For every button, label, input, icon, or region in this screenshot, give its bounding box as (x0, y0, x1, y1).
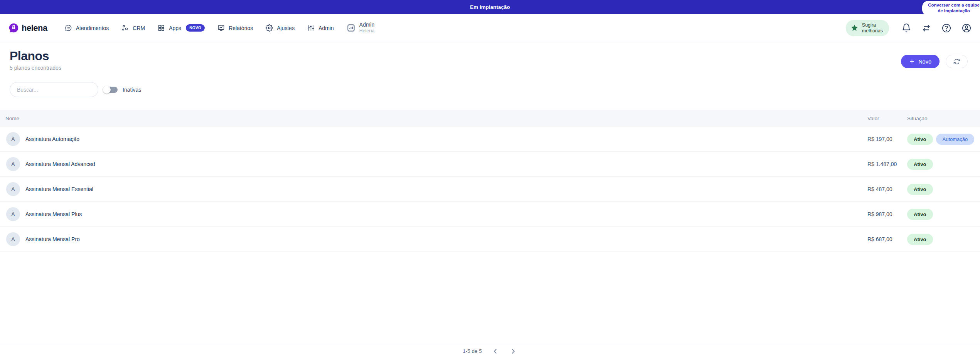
implementation-status-bar: Em implantação Conversar com a equipe de… (0, 0, 980, 14)
brand-name: helena (22, 23, 47, 33)
nodes-icon (121, 24, 129, 32)
plan-name: Assinatura Mensal Advanced (25, 161, 95, 167)
inactive-toggle-label: Inativas (123, 87, 141, 93)
workspace-name: Admin (359, 22, 375, 29)
star-icon (850, 24, 859, 32)
refresh-icon (953, 58, 960, 65)
report-icon (217, 24, 225, 32)
suggest-improvements-label: Sugiramelhorias (862, 22, 883, 34)
table-body: A Assinatura Automação R$ 197,00 Ativo A… (0, 127, 980, 252)
new-plan-button[interactable]: Novo (901, 55, 940, 68)
novo-badge: NOVO (186, 24, 205, 32)
plan-name-cell: A Assinatura Mensal Advanced (0, 157, 867, 171)
inactive-toggle[interactable] (104, 87, 118, 93)
plan-status-cell: Ativo (907, 184, 980, 195)
nav-items: Atendimentos CRM Apps NOVO (65, 22, 375, 34)
account-icon[interactable] (961, 23, 972, 33)
nav-item-relatorios[interactable]: Relatórios (217, 24, 253, 32)
table-row[interactable]: A Assinatura Mensal Pro R$ 687,00 Ativo (0, 227, 980, 252)
plan-value: R$ 687,00 (867, 236, 907, 242)
pagination-bar: 1-5 de 5 (0, 343, 980, 359)
nav-item-label: CRM (133, 25, 145, 31)
plan-name-cell: A Assinatura Automação (0, 132, 867, 146)
chat-icon (65, 24, 72, 32)
toggle-knob (103, 86, 111, 94)
nav-right-actions: Sugiramelhorias (846, 20, 972, 36)
table-row[interactable]: A Assinatura Mensal Advanced R$ 1.487,00… (0, 152, 980, 177)
nav-item-ajustes[interactable]: Ajustes (266, 24, 295, 32)
page-header: Planos 5 planos encontrados Novo (10, 49, 968, 71)
avatar: A (6, 157, 20, 171)
transfer-arrows-icon[interactable] (921, 23, 931, 33)
status-badge: Ativo (907, 134, 933, 145)
nav-item-label: Atendimentos (76, 25, 109, 31)
page-title-block: Planos 5 planos encontrados (10, 49, 61, 71)
column-header-valor: Valor (867, 116, 907, 121)
pagination-range: 1-5 de 5 (463, 348, 482, 354)
table-row[interactable]: A Assinatura Mensal Essential R$ 487,00 … (0, 177, 980, 202)
plus-icon (909, 59, 915, 64)
status-badge: Ativo (907, 184, 933, 195)
status-badge: Ativo (907, 209, 933, 220)
help-icon[interactable] (941, 23, 951, 33)
avatar: A (6, 232, 20, 246)
plan-status-cell: Ativo (907, 159, 980, 170)
nav-item-label: Relatórios (229, 25, 253, 31)
helena-logo[interactable]: helena (8, 23, 47, 33)
column-header-situacao: Situação (907, 116, 980, 121)
previous-page-button[interactable] (491, 347, 500, 356)
search-input[interactable] (10, 82, 98, 97)
table-header: Nome Valor Situação (0, 110, 980, 127)
suggest-improvements-button[interactable]: Sugiramelhorias (846, 20, 889, 36)
implementation-status-text: Em implantação (470, 4, 510, 10)
plan-value: R$ 987,00 (867, 211, 907, 217)
helena-logo-icon (8, 23, 19, 33)
workspace-org: Helena (359, 28, 375, 34)
nav-item-label: Ajustes (277, 25, 295, 31)
refresh-button[interactable] (946, 55, 968, 68)
inactive-toggle-wrap: Inativas (104, 87, 141, 93)
plans-count-text: 5 planos encontrados (10, 65, 61, 71)
sliders-icon (307, 24, 315, 32)
plan-name-cell: A Assinatura Mensal Essential (0, 182, 867, 196)
nav-item-label: Admin (318, 25, 334, 31)
workspace-labels: Admin Helena (359, 22, 375, 34)
plan-name-cell: A Assinatura Mensal Plus (0, 207, 867, 221)
status-badge: Ativo (907, 234, 933, 245)
plan-value: R$ 197,00 (867, 136, 907, 142)
avatar: A (6, 207, 20, 221)
nav-item-apps[interactable]: Apps NOVO (158, 24, 205, 32)
gear-icon (266, 24, 273, 32)
notifications-bell-icon[interactable] (901, 23, 911, 33)
plan-name: Assinatura Automação (25, 136, 79, 142)
nav-item-label: Apps (169, 25, 181, 31)
plans-table: Nome Valor Situação A Assinatura Automaç… (0, 110, 980, 252)
avatar: A (6, 132, 20, 146)
plan-name: Assinatura Mensal Essential (25, 186, 93, 192)
header-actions: Novo (901, 55, 968, 68)
table-row[interactable]: A Assinatura Automação R$ 197,00 Ativo A… (0, 127, 980, 152)
workspace-chart-icon (347, 23, 355, 32)
plan-name-cell: A Assinatura Mensal Pro (0, 232, 867, 246)
next-page-button[interactable] (509, 347, 517, 356)
nav-item-crm[interactable]: CRM (121, 24, 145, 32)
main-navbar: helena Atendimentos CRM (0, 14, 980, 42)
plan-value: R$ 1.487,00 (867, 161, 907, 167)
tag-badge: Automação (936, 134, 975, 145)
filter-row: Inativas (10, 82, 141, 97)
table-row[interactable]: A Assinatura Mensal Plus R$ 987,00 Ativo (0, 202, 980, 227)
column-header-nome: Nome (0, 116, 867, 121)
plan-status-cell: Ativo (907, 209, 980, 220)
plan-name: Assinatura Mensal Pro (25, 236, 80, 242)
avatar: A (6, 182, 20, 196)
plan-name: Assinatura Mensal Plus (25, 211, 82, 217)
plan-status-cell: Ativo Automação (907, 134, 980, 145)
nav-item-admin[interactable]: Admin (307, 24, 334, 32)
grid-icon (158, 24, 165, 32)
status-badge: Ativo (907, 159, 933, 170)
nav-item-workspace[interactable]: Admin Helena (347, 22, 375, 34)
plan-value: R$ 487,00 (867, 186, 907, 192)
page-title: Planos (10, 49, 61, 63)
plan-status-cell: Ativo (907, 234, 980, 245)
nav-item-atendimentos[interactable]: Atendimentos (65, 24, 109, 32)
